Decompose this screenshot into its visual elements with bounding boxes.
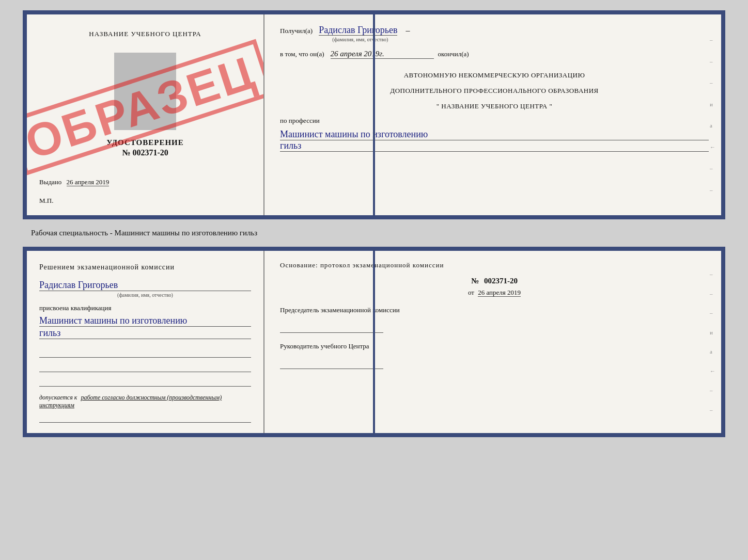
vtom-line: в том, что он(а) 26 апреля 2019г. окончи…: [280, 50, 709, 59]
komissia-title: Решением экзаменационной комиссии: [39, 263, 251, 271]
okonchil-label: окончил(а): [438, 50, 469, 58]
chairman-signature: [280, 321, 383, 333]
vtom-date: 26 апреля 2019г.: [331, 50, 434, 59]
rukv-title: Руководитель учебного Центра: [280, 342, 709, 350]
vydano-line: Выдано 26 апреля 2019: [39, 178, 251, 186]
profession1: Машинист машины по изготовлению: [280, 129, 709, 140]
number-prefix: №: [471, 277, 479, 285]
bottom-lines: [39, 348, 251, 387]
bottom-document: Решением экзаменационной комиссии Радисл…: [23, 247, 725, 437]
osnov-title: Основание: протокол экзаменационной коми…: [280, 261, 709, 269]
udostoverenie-title: УДОСТОВЕРЕНИЕ: [39, 138, 251, 147]
poluchil-sub: (фамилия, имя, отчество): [323, 37, 397, 42]
vydano-prefix: Выдано: [39, 178, 61, 186]
prisvoyena-label: присвоена квалификация: [39, 304, 251, 312]
poluchil-line: Получил(а) Радислав Григорьев (фамилия, …: [280, 25, 709, 42]
vydano-date: 26 апреля 2019: [67, 178, 110, 186]
bottom-doc-right: Основание: протокол экзаменационной коми…: [264, 251, 721, 433]
under-line-4: [39, 413, 251, 423]
kvalif2: гильз: [39, 328, 251, 339]
under-line-2: [39, 363, 251, 372]
dash1: –: [406, 26, 410, 35]
dopusk-prefix: допускается к: [39, 394, 77, 401]
mp-line: М.П.: [39, 197, 251, 205]
udostoverenie-number: № 002371-20: [39, 148, 251, 157]
bottom-name-sub: (фамилия, имя, отчество): [39, 292, 251, 298]
avto-line3: " НАЗВАНИЕ УЧЕБНОГО ЦЕНТРА ": [280, 102, 709, 110]
chairman-title: Председатель экзаменационной комиссии: [280, 306, 709, 314]
rukv-signature: [280, 357, 383, 369]
poluchil-value: Радислав Григорьев: [319, 25, 397, 36]
under-line-1: [39, 348, 251, 358]
top-document: НАЗВАНИЕ УЧЕБНОГО ЦЕНТРА УДОСТОВЕРЕНИЕ №…: [23, 10, 725, 219]
profession2: гильз: [280, 140, 709, 152]
udostoverenie-block: УДОСТОВЕРЕНИЕ № 002371-20: [39, 138, 251, 157]
protocol-num-value: 002371-20: [484, 277, 518, 285]
poluchil-label: Получил(а): [280, 27, 313, 35]
from-date: от 26 апреля 2019: [280, 289, 709, 297]
vtom-label: в том, что он(а): [280, 50, 324, 58]
ot-date: 26 апреля 2019: [478, 289, 521, 297]
dopusk-text: допускается к работе согласно должностны…: [39, 394, 251, 409]
bottom-center-divider: [373, 251, 375, 433]
right-ticks: – – – и а ← – –: [710, 14, 717, 215]
protocol-number: № 002371-20: [280, 277, 709, 285]
right-ticks-bottom: – – – и а ← – –: [710, 251, 717, 433]
under-line-3: [39, 377, 251, 387]
bottom-doc-left: Решением экзаменационной комиссии Радисл…: [27, 251, 264, 433]
avto-line2: ДОПОЛНИТЕЛЬНОГО ПРОФЕССИОНАЛЬНОГО ОБРАЗО…: [280, 87, 709, 95]
avto-line1: АВТОНОМНУЮ НЕКОММЕРЧЕСКУЮ ОРГАНИЗАЦИЮ: [280, 71, 709, 79]
top-center-label: НАЗВАНИЕ УЧЕБНОГО ЦЕНТРА: [39, 30, 251, 38]
between-label: Рабочая специальность - Машинист машины …: [10, 229, 257, 237]
center-divider: [373, 14, 375, 215]
top-doc-left: НАЗВАНИЕ УЧЕБНОГО ЦЕНТРА УДОСТОВЕРЕНИЕ №…: [27, 14, 264, 215]
bottom-name: Радислав Григорьев: [39, 280, 251, 291]
top-doc-right: Получил(а) Радислав Григорьев (фамилия, …: [264, 14, 721, 215]
kvalif1: Машинист машины по изготовлению: [39, 315, 251, 327]
ot-prefix: от: [468, 289, 474, 296]
po-professii-label: по профессии: [280, 117, 709, 125]
photo-placeholder: [114, 53, 176, 130]
